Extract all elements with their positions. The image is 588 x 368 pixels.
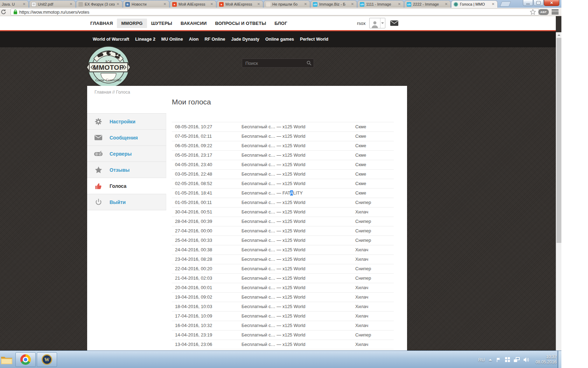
tab-close-icon[interactable] [210, 2, 214, 6]
vote-row: 14-04-2016, 23:19Бесплатный с… — x125 Wo… [172, 330, 394, 340]
nav-item[interactable]: ВОПРОСЫ И ОТВЕТЫ [211, 19, 271, 28]
browser-tab[interactable]: Не пришли бо [264, 0, 310, 8]
new-tab-button[interactable] [500, 1, 511, 7]
tab-close-icon[interactable] [303, 2, 308, 6]
vote-row: 01-05-2016, 18:41Бесплатный с… — FATALIT… [172, 189, 394, 198]
browser-tab[interactable]: ЕХ Физрук (3 сезо [76, 0, 122, 8]
bookmark-star-icon[interactable] [530, 9, 536, 15]
games-nav-link[interactable]: Perfect World [300, 37, 328, 42]
browser-tab[interactable]: ch1111 - Immage [357, 0, 404, 8]
nav-item[interactable]: MMORPG [117, 19, 147, 28]
games-nav-link[interactable]: Online games [265, 37, 294, 42]
avatar[interactable] [369, 18, 385, 28]
language-indicator[interactable]: RU [478, 357, 485, 362]
nav-item[interactable]: ШУТЕРЫ [147, 19, 176, 28]
browser-tab[interactable]: ch2222 - Immage [404, 0, 451, 8]
browser-tab[interactable]: Unit2.pdf [29, 0, 76, 8]
https-lock-icon[interactable] [14, 9, 17, 14]
address-bar[interactable]: https://wow.mmotop.ru/users/votes [10, 8, 539, 15]
scrollbar-thumb[interactable] [556, 38, 561, 243]
browser-tab[interactable]: Java. U [0, 0, 29, 8]
vote-server: Бесплатный с… — x125 World [239, 198, 355, 207]
tab-close-icon[interactable] [257, 2, 261, 6]
tab-close-icon[interactable] [397, 2, 401, 6]
window-maximize-button[interactable] [533, 0, 544, 6]
vote-row: 22-04-2016, 00:20Бесплатный с… — x125 Wo… [172, 264, 394, 274]
adblock-icon[interactable]: ABP [538, 9, 549, 15]
games-nav-link[interactable]: Aion [189, 37, 199, 42]
tab-close-icon[interactable] [163, 2, 167, 6]
windows-update-icon[interactable] [505, 357, 510, 362]
browser-tab[interactable]: Голоса | MMO [451, 0, 498, 8]
tab-title: Новости [132, 2, 162, 6]
vote-server: Бесплатный с… — x125 World [239, 217, 355, 226]
video-favicon-icon [78, 2, 83, 7]
tab-close-icon[interactable] [22, 2, 26, 6]
games-nav-link[interactable]: Jade Dynasty [231, 37, 259, 42]
show-desktop-button[interactable] [558, 351, 561, 368]
browser-tab[interactable]: ВНовости [123, 0, 169, 8]
vote-server: Бесплатный с… — x125 World [239, 330, 355, 340]
scroll-up-icon[interactable] [556, 32, 561, 38]
taskbar-wow-button[interactable]: W [37, 352, 57, 367]
document-favicon-icon [31, 2, 36, 7]
tab-close-icon[interactable] [491, 2, 495, 6]
action-center-flag-icon[interactable] [496, 357, 501, 362]
taskbar: W RU 10:37 08.05.2016 [0, 350, 561, 368]
browser-tab[interactable]: aМой AliExpress [170, 0, 216, 8]
sidebar-item-gamepad[interactable]: Серверы [87, 146, 166, 162]
window-close-button[interactable]: ✕ [544, 0, 559, 6]
nav-item[interactable]: БЛОГ [270, 19, 291, 28]
tray-expand-icon[interactable] [489, 357, 492, 361]
tab-title: Unit2.pdf [38, 2, 68, 6]
mmotop-favicon-icon [454, 2, 458, 7]
avatar-dropdown-icon[interactable] [380, 18, 385, 28]
nav-item[interactable]: ВАКАНСИИ [176, 19, 211, 28]
vote-row: 23-04-2016, 08:28Бесплатный с… — x125 Wo… [172, 255, 394, 264]
tab-close-icon[interactable] [444, 2, 448, 6]
ch-favicon-icon: ch [407, 2, 411, 7]
games-nav-link[interactable]: RF Online [204, 37, 225, 42]
sidebar-menu: НастройкиСообщенияСерверыОтзывыГолосаВый… [87, 113, 166, 210]
username-link[interactable]: rsox [357, 21, 366, 26]
sidebar-item-star[interactable]: Отзывы [87, 162, 166, 178]
browser-tab[interactable]: aМой AliExpress [217, 0, 263, 8]
sidebar-item-power[interactable]: Выйти [87, 194, 166, 210]
vote-row: 06-05-2016, 09:22Бесплатный с… — x125 Wo… [172, 141, 394, 151]
vote-date: 18-04-2016, 10:03 [172, 302, 239, 311]
tab-close-icon[interactable] [69, 2, 73, 6]
vote-voter: Хилач [355, 293, 394, 302]
speaker-icon[interactable] [524, 357, 530, 362]
games-nav-link[interactable]: Lineage 2 [135, 37, 155, 42]
browser-tab[interactable]: chImmage.Biz - Б [310, 0, 357, 8]
sidebar-item-envelope[interactable]: Сообщения [87, 130, 166, 146]
nav-item[interactable]: ГЛАВНАЯ [86, 19, 117, 28]
power-icon [87, 199, 110, 205]
tab-close-icon[interactable] [350, 2, 355, 6]
games-nav-link[interactable]: World of Warcraft [93, 37, 129, 42]
vote-voter: Скме [355, 160, 394, 169]
search-input[interactable] [242, 59, 314, 68]
reload-icon[interactable] [1, 9, 6, 15]
games-nav-link[interactable]: MU Online [161, 37, 183, 42]
sidebar-item-thumb[interactable]: Голоса [87, 178, 166, 194]
vote-date: 08-05-2016, 10:27 [172, 122, 239, 131]
vote-date: 16-04-2016, 10:32 [172, 321, 239, 330]
vote-server: Бесплатный с… — x125 World [239, 302, 355, 311]
taskbar-clock[interactable]: 10:37 08.05.2016 [536, 354, 556, 365]
sidebar-item-gear[interactable]: Настройки [87, 114, 166, 130]
tab-close-icon[interactable] [116, 2, 120, 6]
search-box [242, 59, 314, 68]
vote-server: Бесплатный с… — x125 World [239, 207, 355, 217]
vote-date: 02-05-2016, 08:52 [172, 179, 239, 188]
explorer-folder-icon[interactable] [1, 355, 13, 364]
page-scrollbar[interactable] [556, 32, 561, 350]
network-icon[interactable] [514, 357, 520, 362]
window-minimize-button[interactable] [523, 0, 533, 6]
search-icon[interactable] [307, 61, 312, 66]
browser-menu-icon[interactable] [552, 9, 559, 14]
tab-title: Java. U [2, 2, 21, 6]
mmotop-logo[interactable]: MMOTOP Game Controller [87, 45, 130, 89]
taskbar-chrome-button[interactable] [15, 352, 36, 367]
mail-icon[interactable] [390, 20, 398, 26]
